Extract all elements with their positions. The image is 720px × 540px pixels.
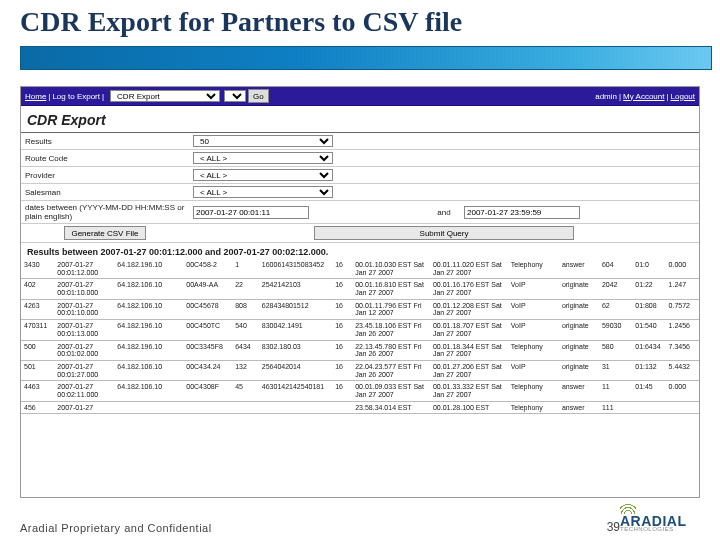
title-stripe xyxy=(20,46,712,70)
cell: 132 xyxy=(232,360,259,380)
cell: 5.4432 xyxy=(666,360,699,380)
cell: 23.58.34.014 EST xyxy=(352,401,430,414)
cell: 2007-01-27 00:01:27.000 xyxy=(54,360,114,380)
cell: 16 xyxy=(332,320,352,340)
label-and: and xyxy=(428,201,460,224)
label-results: Results xyxy=(21,133,189,150)
cell: 111 xyxy=(599,401,632,414)
cell: originate xyxy=(559,360,599,380)
cell: 00.01.18.344 EST Sat Jan 27 2007 xyxy=(430,340,508,360)
cell: 01:45 xyxy=(632,381,665,401)
cell: 1600614315083452 xyxy=(259,259,332,279)
logout-link[interactable]: Logout xyxy=(671,92,695,101)
salesman-select[interactable]: < ALL > xyxy=(193,186,333,198)
cell: 64.182.196.10 xyxy=(114,340,183,360)
results-table: 34302007-01-27 00:01:12.00064.182.196.10… xyxy=(21,259,699,414)
my-account-link[interactable]: My Account xyxy=(623,92,664,101)
cell: 00.01.16.810 EST Sat Jan 27 2007 xyxy=(352,279,430,299)
route-select[interactable]: < ALL > xyxy=(193,152,333,164)
cell: 16 xyxy=(332,279,352,299)
breadcrumb-select[interactable]: CDR Export xyxy=(110,90,220,102)
cell: 2007-01-27 00:01:10.000 xyxy=(54,299,114,319)
nav-log-export[interactable]: Log to Export xyxy=(52,92,100,101)
cell: 00.01.18.707 EST Sat Jan 27 2007 xyxy=(430,320,508,340)
cell: 01:0 xyxy=(632,259,665,279)
slide-footer: Aradial Proprietary and Confidential 39 … xyxy=(0,500,720,534)
cell: 64.182.106.10 xyxy=(114,299,183,319)
cell: 2042 xyxy=(599,279,632,299)
cell xyxy=(114,401,183,414)
cell: 00.01.27.206 EST Sat Jan 27 2007 xyxy=(430,360,508,380)
topbar: Home | Log to Export | CDR Export Go adm… xyxy=(21,87,699,106)
table-row: 44632007-01-27 00:02:11.00064.182.106.10… xyxy=(21,381,699,401)
cell: 22.04.23.577 EST Fri Jan 26 2007 xyxy=(352,360,430,380)
cell: 45 xyxy=(232,381,259,401)
cell: 16 xyxy=(332,299,352,319)
logo-icon xyxy=(620,500,636,514)
cell: 00.01.28.100 EST xyxy=(430,401,508,414)
filter-form: Results 50 Route Code < ALL > Provider <… xyxy=(21,133,699,243)
label-salesman: Salesman xyxy=(21,184,189,201)
cell: 00.01.16.176 EST Sat Jan 27 2007 xyxy=(430,279,508,299)
cell: 01:22 xyxy=(632,279,665,299)
cell: 456 xyxy=(21,401,54,414)
label-dates: dates between (YYYY-MM-DD HH:MM:SS or pl… xyxy=(21,201,189,224)
cell xyxy=(259,401,332,414)
cell: 59030 xyxy=(599,320,632,340)
cell: answer xyxy=(559,259,599,279)
page-heading: CDR Export xyxy=(21,106,699,133)
cell: 4263 xyxy=(21,299,54,319)
submit-query-button[interactable]: Submit Query xyxy=(314,226,574,240)
cell: 16 xyxy=(332,340,352,360)
breadcrumb-sub-select[interactable] xyxy=(224,90,246,102)
cell: 00C4308F xyxy=(183,381,232,401)
cell: 0.7572 xyxy=(666,299,699,319)
cell: 22.13.45.780 EST Fri Jan 26 2007 xyxy=(352,340,430,360)
label-provider: Provider xyxy=(21,167,189,184)
cell: 830042.1491 xyxy=(259,320,332,340)
go-button[interactable]: Go xyxy=(248,89,269,103)
results-caption: Results between 2007-01-27 00:01:12.000 … xyxy=(21,243,699,259)
cell: 11 xyxy=(599,381,632,401)
cell: 1 xyxy=(232,259,259,279)
cell: 0.000 xyxy=(666,259,699,279)
cell: 00C434.24 xyxy=(183,360,232,380)
cell: 2564042014 xyxy=(259,360,332,380)
cell: 2007-01-27 00:01:02.000 xyxy=(54,340,114,360)
app-screenshot: Home | Log to Export | CDR Export Go adm… xyxy=(20,86,700,498)
cell: 00.01.12.208 EST Sat Jan 27 2007 xyxy=(430,299,508,319)
cell: originate xyxy=(559,279,599,299)
cell: 64.182.196.10 xyxy=(114,320,183,340)
date-from-input[interactable] xyxy=(193,206,309,219)
title-bar: CDR Export for Partners to CSV file xyxy=(0,0,720,70)
cell: VoIP xyxy=(508,299,559,319)
cell: 0.000 xyxy=(666,381,699,401)
cell xyxy=(632,401,665,414)
cell xyxy=(183,401,232,414)
cell: 64.182.106.10 xyxy=(114,381,183,401)
nav-home[interactable]: Home xyxy=(25,92,46,101)
date-to-input[interactable] xyxy=(464,206,580,219)
cell: 00C458-2 xyxy=(183,259,232,279)
cell: VoIP xyxy=(508,279,559,299)
cell: 62 xyxy=(599,299,632,319)
cell: 604 xyxy=(599,259,632,279)
cell: 22 xyxy=(232,279,259,299)
current-user: admin xyxy=(595,92,617,101)
cell: 2007-01-27 00:01:13.000 xyxy=(54,320,114,340)
provider-select[interactable]: < ALL > xyxy=(193,169,333,181)
results-select[interactable]: 50 xyxy=(193,135,333,147)
cell: 628434801512 xyxy=(259,299,332,319)
cell xyxy=(666,401,699,414)
cell: 500 xyxy=(21,340,54,360)
cell: 2007-01-27 00:01:10.000 xyxy=(54,279,114,299)
generate-csv-button[interactable]: Generate CSV File xyxy=(64,226,145,240)
cell: 00.01.09.033 EST Sat Jan 27 2007 xyxy=(352,381,430,401)
cell: originate xyxy=(559,340,599,360)
page-number: 39 xyxy=(590,520,620,534)
cell: 00.01.33.332 EST Sat Jan 27 2007 xyxy=(430,381,508,401)
cell: 2007-01-27 xyxy=(54,401,114,414)
cell: 808 xyxy=(232,299,259,319)
cell: 470311 xyxy=(21,320,54,340)
cell: 3430 xyxy=(21,259,54,279)
